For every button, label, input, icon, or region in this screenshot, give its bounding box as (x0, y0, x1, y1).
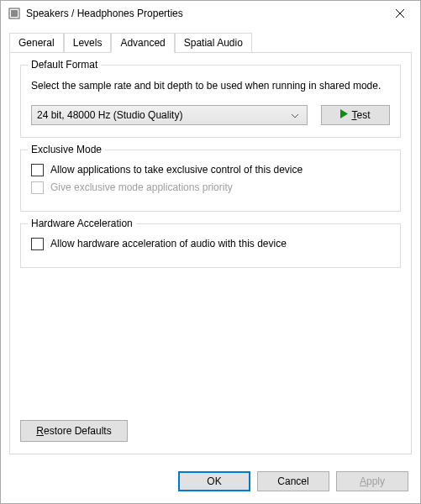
tab-panel-advanced: Default Format Select the sample rate an… (9, 52, 412, 454)
sample-format-value: 24 bit, 48000 Hz (Studio Quality) (37, 109, 288, 121)
window-title: Speakers / Headphones Properties (26, 8, 381, 19)
restore-defaults-button[interactable]: Restore Defaults (20, 420, 128, 442)
close-icon (396, 9, 404, 18)
dialog-content: General Levels Advanced Spatial Audio De… (1, 26, 420, 463)
dialog-button-row: OK Cancel Apply (1, 463, 420, 503)
hardware-accel-row[interactable]: Allow hardware acceleration of audio wit… (31, 238, 390, 250)
svg-marker-4 (340, 109, 348, 118)
tab-advanced[interactable]: Advanced (111, 33, 174, 53)
close-button[interactable] (381, 2, 418, 26)
svg-rect-1 (11, 10, 18, 17)
test-button[interactable]: Test (321, 105, 390, 125)
exclusive-priority-checkbox (31, 181, 44, 194)
tab-strip: General Levels Advanced Spatial Audio (9, 33, 412, 53)
exclusive-priority-label: Give exclusive mode applications priorit… (50, 181, 233, 193)
hardware-accel-label: Allow hardware acceleration of audio wit… (50, 238, 287, 249)
exclusive-mode-group: Exclusive Mode Allow applications to tak… (20, 150, 401, 212)
exclusive-control-checkbox[interactable] (31, 164, 44, 176)
apply-button: Apply (336, 471, 408, 491)
spacer (20, 280, 401, 415)
app-icon (8, 7, 21, 20)
tab-levels[interactable]: Levels (64, 33, 112, 53)
titlebar: Speakers / Headphones Properties (1, 1, 420, 26)
sample-format-dropdown[interactable]: 24 bit, 48000 Hz (Studio Quality) (31, 105, 308, 125)
exclusive-priority-row: Give exclusive mode applications priorit… (31, 181, 390, 194)
chevron-down-icon (288, 109, 302, 121)
exclusive-control-row[interactable]: Allow applications to take exclusive con… (31, 164, 390, 176)
format-row: 24 bit, 48000 Hz (Studio Quality) Test (31, 105, 390, 125)
hardware-acceleration-group: Hardware Acceleration Allow hardware acc… (20, 223, 401, 268)
hardware-acceleration-legend: Hardware Acceleration (28, 218, 136, 229)
ok-button[interactable]: OK (178, 471, 250, 491)
hardware-accel-checkbox[interactable] (31, 238, 44, 250)
default-format-legend: Default Format (28, 59, 101, 71)
default-format-group: Default Format Select the sample rate an… (20, 65, 401, 138)
play-icon (340, 109, 348, 121)
exclusive-control-label: Allow applications to take exclusive con… (50, 164, 303, 176)
default-format-description: Select the sample rate and bit depth to … (31, 79, 390, 93)
cancel-button[interactable]: Cancel (257, 471, 329, 491)
tab-general[interactable]: General (9, 33, 64, 53)
tab-spatial-audio[interactable]: Spatial Audio (175, 33, 252, 53)
exclusive-mode-legend: Exclusive Mode (28, 144, 105, 155)
test-button-label: Test (351, 109, 370, 121)
